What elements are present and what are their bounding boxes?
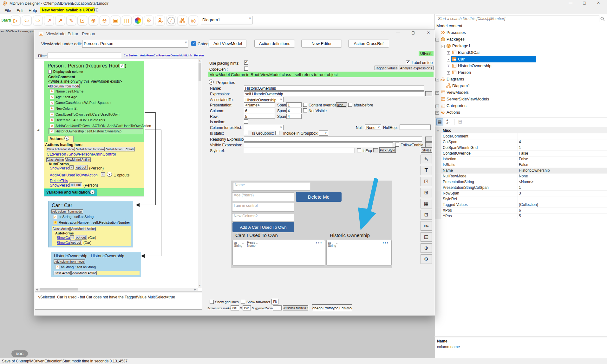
add-column-button[interactable]: Add column from model	[51, 209, 83, 214]
readonly-ellipsis-button[interactable]: ...	[425, 137, 432, 142]
isexp-checkbox[interactable]	[357, 148, 361, 152]
expander-icon[interactable]: +	[435, 111, 439, 115]
row-expander-icon[interactable]: ◢	[37, 128, 39, 131]
new-column2-field[interactable]	[232, 213, 294, 222]
afterbefore-checkbox[interactable]	[348, 103, 352, 107]
calendar-icon[interactable]: ▦	[421, 199, 432, 208]
filter-funnel-icon[interactable]	[256, 243, 258, 246]
viewmodel-action-button[interactable]: ViewModel Action	[65, 157, 91, 162]
scroll-up-icon[interactable]: ▲	[199, 59, 201, 62]
alphabetical-sort-icon[interactable]: AZ↓	[445, 118, 452, 125]
requires-root-checkbox[interactable]	[120, 64, 124, 68]
info-icon[interactable]: Info	[421, 221, 432, 231]
null-select[interactable]: None	[365, 125, 381, 130]
window-run-icon[interactable]: ◫	[122, 16, 132, 25]
tagged-values-button[interactable]: Tagged values	[375, 66, 398, 70]
list-icon[interactable]: ▤	[421, 232, 432, 242]
opt-out-button[interactable]: opt-out	[69, 182, 82, 187]
class-action-show-button[interactable]: Class Action for show	[47, 147, 75, 151]
collapse-up-icon[interactable]: ∧	[209, 80, 214, 85]
showperson-link[interactable]: ShowPerson	[50, 183, 71, 188]
addacar-action-link[interactable]: AddACarIUsedToOwnAction	[50, 173, 98, 177]
property-row[interactable]: NameHistoricOwnership	[434, 168, 607, 174]
back-icon[interactable]: ⇦	[22, 16, 32, 25]
doc-button[interactable]: DOC	[11, 350, 28, 357]
column-row[interactable]: asString : self.asString	[59, 215, 94, 219]
link-person[interactable]: Person	[194, 54, 204, 57]
expander-icon[interactable]: +	[447, 58, 450, 61]
column-row[interactable]: AddACarIUsedToOwn : ACTION: AddACarIUsed…	[55, 124, 151, 128]
opt-out-button[interactable]: opt-out	[75, 235, 87, 239]
under-edit-select[interactable]: Person : Person	[82, 40, 188, 48]
link-carseeker[interactable]: CarSeeker	[124, 54, 138, 57]
codegen-checkbox[interactable]	[244, 67, 248, 71]
autoform-icon-button[interactable]: ▫	[70, 235, 74, 239]
property-row[interactable]: ColSpanWhenInGrid1	[434, 145, 607, 151]
menu-file[interactable]: File	[4, 8, 11, 13]
expander-icon[interactable]: +	[447, 51, 450, 55]
editor-maximize-icon[interactable]: ▢	[408, 30, 419, 36]
autoform-icon-button[interactable]: ▫	[101, 172, 105, 176]
show-tab-order-checkbox[interactable]	[241, 300, 245, 304]
filter-funnel-icon[interactable]	[336, 243, 338, 246]
description-splitter[interactable]	[434, 336, 607, 337]
diagram-icon[interactable]	[177, 16, 187, 25]
delete-me-button[interactable]: Delete Me	[296, 192, 342, 202]
column-row[interactable]: asString : self.asString	[61, 265, 96, 269]
collapse-up-icon[interactable]: ∧	[64, 136, 69, 141]
age-field[interactable]	[232, 192, 294, 201]
visible-ellipsis-button[interactable]: ...	[425, 142, 432, 147]
property-row[interactable]: ContentOverrideFalse	[434, 150, 607, 156]
presentation-input[interactable]: <Name>	[244, 102, 275, 107]
column-row[interactable]: CamelCaseMeansWePutInSpaces :	[55, 101, 111, 105]
property-row[interactable]: NullRowModeNone	[434, 173, 607, 179]
followenable-checkbox[interactable]	[395, 143, 399, 147]
nullrep-input[interactable]	[400, 125, 431, 130]
not-visible-checkbox[interactable]	[303, 108, 307, 112]
column-row[interactable]: Age : self.Age	[55, 95, 77, 99]
opt-out-button[interactable]: opt-out	[75, 165, 88, 170]
pick-style-button[interactable]: Pick Style	[379, 147, 396, 153]
zoom-in-icon[interactable]: ⊕	[88, 16, 98, 25]
showcar-link[interactable]: ShowCar	[57, 236, 71, 239]
draw-line-icon[interactable]: ✎	[66, 16, 76, 25]
associatedto-select[interactable]: HistoricOwnership	[244, 97, 284, 102]
menu-edit[interactable]: Edit	[16, 8, 23, 13]
column-row[interactable]: Name : self.Name	[55, 89, 83, 93]
canvas-vscrollbar[interactable]	[198, 59, 202, 288]
property-row[interactable]: IsActionFalse	[434, 156, 607, 162]
maximize-icon[interactable]: ▢	[579, 1, 590, 6]
spin-icon[interactable]: ◎	[188, 16, 198, 25]
checkbox-icon[interactable]: ☑	[421, 177, 432, 186]
cars-grid[interactable]	[232, 240, 325, 265]
property-pages-icon[interactable]: ▤	[457, 118, 464, 125]
hscroll-thumb[interactable]	[40, 288, 78, 291]
property-row[interactable]: YPos5	[434, 213, 607, 219]
add-column-button[interactable]: Add column from model	[48, 84, 80, 88]
styles-button[interactable]: Styles	[421, 147, 432, 153]
add-column-button[interactable]: Add column from model	[54, 259, 85, 264]
name-field[interactable]	[233, 182, 310, 191]
cl-person-link[interactable]: CL:Person /ShowPersonIAmInControl	[47, 152, 116, 156]
expander-icon[interactable]: +	[435, 105, 439, 108]
search-input[interactable]	[436, 15, 599, 22]
i-am-in-control-field[interactable]	[232, 203, 294, 212]
scroll-left-icon[interactable]: ◀	[36, 288, 38, 291]
set-shrink-zoom-button[interactable]: Set shrink zoom to fit	[283, 305, 308, 310]
scroll-down-icon[interactable]: ▼	[199, 284, 201, 287]
include-groupbox-select[interactable]	[319, 130, 328, 136]
property-row[interactable]: XPos6	[434, 208, 607, 214]
table-icon[interactable]: ⊞	[421, 188, 432, 197]
style-ref-input[interactable]	[244, 148, 355, 153]
categorized-icon[interactable]: ▦	[436, 118, 443, 125]
content-override-checkbox[interactable]	[303, 103, 307, 107]
new-editor-button[interactable]: New Editor	[301, 40, 342, 48]
image-icon[interactable]: ⊡	[421, 210, 432, 220]
column-input[interactable]: 6	[244, 108, 275, 113]
validate-icon[interactable]: ✓	[166, 16, 176, 25]
is-action-checkbox[interactable]	[244, 119, 248, 124]
showperson-link[interactable]: ShowPerson	[50, 166, 71, 170]
editor-minimize-icon[interactable]: —	[393, 30, 403, 36]
update-banner-label[interactable]: New Version available UPDATE	[42, 8, 98, 12]
column-row[interactable]: DeleteMe : ACTION: DeleteThis	[55, 118, 105, 122]
